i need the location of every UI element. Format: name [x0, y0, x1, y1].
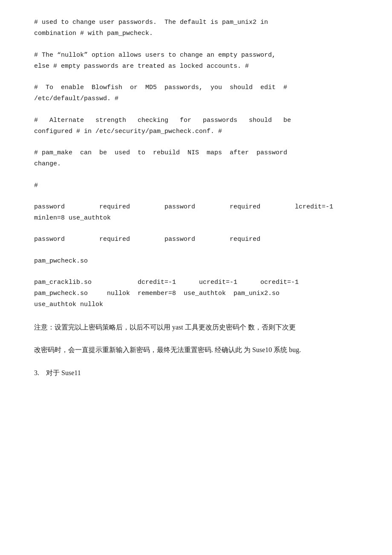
code-text-5: # pam_make can be used to rebuild NIS ma… [34, 147, 358, 170]
code-text-8: password required password required [34, 234, 358, 245]
page-content: # used to change user passwords. The def… [34, 17, 358, 379]
block-10: pam_cracklib.so dcredit=-1 ucredit=-1 oc… [34, 277, 358, 311]
block-3: # To enable Blowfish or MD5 passwords, y… [34, 82, 358, 105]
block-13: 3. 对于 Suse11 [34, 367, 358, 379]
block-5: # pam_make can be used to rebuild NIS ma… [34, 147, 358, 170]
normal-text-11: 注意：设置完以上密码策略后，以后不可以用 yast 工具更改历史密码个 数，否则… [34, 321, 358, 334]
code-text-2: # The “nullok” option allows users to ch… [34, 50, 358, 72]
block-6: # [34, 180, 358, 191]
block-4: # Alternate strength checking for passwo… [34, 115, 358, 138]
block-7: password required password required lcre… [34, 202, 358, 224]
code-text-10: pam_cracklib.so dcredit=-1 ucredit=-1 oc… [34, 277, 358, 311]
block-11: 注意：设置完以上密码策略后，以后不可以用 yast 工具更改历史密码个 数，否则… [34, 321, 358, 334]
normal-text-13: 3. 对于 Suse11 [34, 367, 358, 379]
block-1: # used to change user passwords. The def… [34, 17, 358, 40]
block-9: pam_pwcheck.so [34, 256, 358, 267]
normal-text-12: 改密码时，会一直提示重新输入新密码，最终无法重置密码. 经确认此 为 Suse1… [34, 344, 358, 356]
code-text-7: password required password required lcre… [34, 202, 358, 224]
code-text-1: # used to change user passwords. The def… [34, 17, 358, 40]
code-text-4: # Alternate strength checking for passwo… [34, 115, 358, 138]
block-12: 改密码时，会一直提示重新输入新密码，最终无法重置密码. 经确认此 为 Suse1… [34, 344, 358, 356]
code-text-9: pam_pwcheck.so [34, 256, 358, 267]
block-8: password required password required [34, 234, 358, 245]
block-2: # The “nullok” option allows users to ch… [34, 50, 358, 72]
code-text-6: # [34, 180, 358, 191]
code-text-3: # To enable Blowfish or MD5 passwords, y… [34, 82, 358, 105]
